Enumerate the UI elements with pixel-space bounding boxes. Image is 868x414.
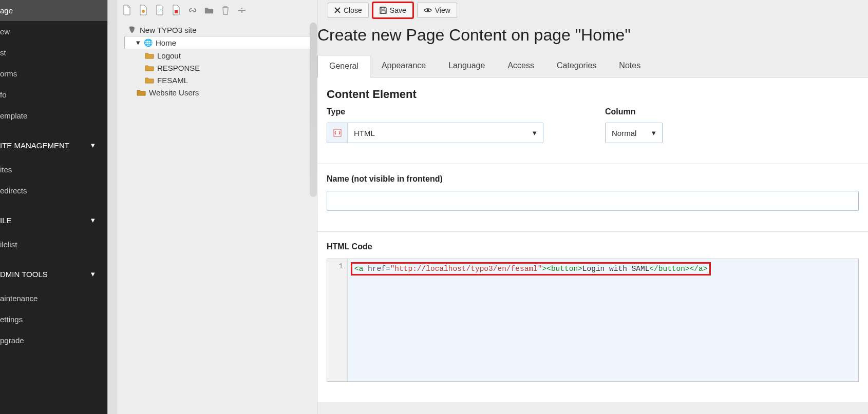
tabs: General Appearance Language Access Categ…	[317, 55, 868, 77]
column-label: Column	[605, 107, 663, 116]
tab-notes[interactable]: Notes	[608, 55, 652, 77]
sidebar-item-filelist[interactable]: ilelist	[0, 234, 107, 255]
column-select[interactable]: Normal ▾	[605, 123, 663, 143]
module-sidebar: age ew st orms fo emplate ITE MANAGEMENT…	[0, 0, 107, 414]
sidebar-group-site-management[interactable]: ITE MANAGEMENT ▾	[0, 131, 107, 159]
sidebar-item-page[interactable]: age	[0, 0, 107, 21]
new-page-icon[interactable]	[122, 6, 131, 15]
tree-child-label: FESAML	[157, 76, 188, 85]
sidebar-group-label: ILE	[0, 216, 12, 225]
chevron-down-icon: ▾	[91, 141, 95, 150]
code-highlight-box: <a href="http://localhost/typo3/en/fesam…	[351, 262, 711, 275]
tab-general[interactable]: General	[317, 55, 370, 77]
link-icon[interactable]	[188, 6, 197, 15]
sidebar-item-upgrade[interactable]: pgrade	[0, 330, 107, 351]
globe-icon: 🌐	[143, 38, 153, 47]
sidebar-group-label: DMIN TOOLS	[0, 270, 48, 279]
new-link-page-icon[interactable]	[155, 6, 164, 15]
code-token: </button></a>	[649, 265, 707, 273]
sidebar-item-view[interactable]: ew	[0, 21, 107, 42]
new-user-page-icon[interactable]	[139, 6, 148, 15]
close-label: Close	[344, 6, 362, 14]
folder-icon[interactable]	[204, 6, 214, 15]
html-type-icon	[327, 123, 348, 143]
code-label: HTML Code	[327, 242, 859, 251]
line-number: 1	[327, 262, 343, 270]
type-value: HTML	[354, 129, 375, 137]
svg-rect-1	[175, 10, 178, 13]
code-area[interactable]: <a href="http://localhost/typo3/en/fesam…	[348, 259, 858, 381]
code-token: Login with SAML	[582, 265, 650, 273]
section-heading: Content Element	[327, 88, 859, 101]
trash-icon[interactable]	[221, 6, 230, 15]
folder-page-icon	[145, 63, 154, 72]
tab-language[interactable]: Language	[437, 55, 496, 77]
tab-appearance[interactable]: Appearance	[370, 55, 437, 77]
tree-child-fesaml[interactable]: FESAML	[125, 74, 315, 86]
sidebar-group-admin-tools[interactable]: DMIN TOOLS ▾	[0, 260, 107, 288]
sidebar-group-label: ITE MANAGEMENT	[0, 141, 69, 150]
svg-point-0	[142, 10, 145, 13]
tree-home[interactable]: ▾ 🌐 Home	[124, 36, 315, 49]
name-label: Name (not visible in frontend)	[327, 174, 859, 184]
svg-point-4	[427, 9, 429, 11]
sidebar-item-sites[interactable]: ites	[0, 159, 107, 180]
close-icon	[334, 7, 341, 13]
column-value: Normal	[612, 129, 636, 137]
code-token: ><button>	[542, 265, 582, 273]
tree-root[interactable]: New TYPO3 site	[125, 24, 315, 36]
code-token: <a	[354, 265, 368, 273]
code-token: href	[368, 265, 386, 273]
tree-child-response[interactable]: RESPONSE	[125, 62, 315, 74]
chevron-down-icon: ▾	[91, 215, 95, 225]
eye-icon	[424, 7, 432, 13]
typo3-icon	[127, 25, 137, 34]
tree-child-label: RESPONSE	[157, 64, 200, 72]
code-token: =	[386, 265, 390, 273]
tab-categories[interactable]: Categories	[545, 55, 608, 77]
code-token: "http://localhost/typo3/en/fesaml"	[390, 265, 542, 273]
code-editor[interactable]: 1 <a href="http://localhost/typo3/en/fes…	[327, 259, 859, 382]
view-label: View	[435, 6, 450, 14]
tree-child-website-users[interactable]: Website Users	[125, 86, 315, 98]
close-button[interactable]: Close	[328, 3, 369, 18]
divider-icon[interactable]	[237, 6, 247, 15]
folder-page-icon	[145, 75, 154, 85]
tree-child-label: Website Users	[149, 88, 199, 97]
caret-down-icon: ▾	[136, 38, 140, 47]
tree-child-label: Logout	[157, 51, 181, 60]
content-panel: Close Save View Create new Page Content …	[317, 0, 868, 414]
sidebar-item-redirects[interactable]: edirects	[0, 180, 107, 201]
save-label: Save	[390, 6, 406, 14]
page-title: Create new Page Content on page "Home"	[317, 25, 868, 55]
view-button[interactable]: View	[417, 3, 457, 18]
chevron-down-icon: ▾	[91, 269, 95, 279]
name-input[interactable]	[327, 191, 859, 211]
save-icon	[380, 7, 387, 14]
sidebar-item-template[interactable]: emplate	[0, 105, 107, 126]
sidebar-item-info[interactable]: fo	[0, 84, 107, 105]
sidebar-item-forms[interactable]: orms	[0, 63, 107, 84]
sidebar-item-list[interactable]: st	[0, 42, 107, 63]
chevron-down-icon: ▾	[533, 128, 537, 137]
tree-scrollbar[interactable]	[310, 23, 317, 197]
page-body: Create new Page Content on page "Home" G…	[317, 21, 868, 402]
type-label: Type	[327, 107, 543, 116]
action-bar: Close Save View	[317, 0, 868, 21]
sidebar-item-maintenance[interactable]: aintenance	[0, 288, 107, 309]
svg-rect-3	[381, 11, 385, 13]
column-field: Column Normal ▾	[605, 107, 663, 143]
type-select[interactable]: HTML ▾	[327, 123, 543, 143]
page-tree-panel: New TYPO3 site ▾ 🌐 Home Logout RESPONSE …	[117, 0, 317, 414]
sidebar-group-file[interactable]: ILE ▾	[0, 206, 107, 234]
type-field: Type HTML ▾	[327, 107, 543, 143]
save-button[interactable]: Save	[373, 3, 413, 18]
new-record-icon[interactable]	[172, 6, 181, 15]
tree-toolbar	[117, 0, 317, 21]
sidebar-item-settings[interactable]: ettings	[0, 309, 107, 330]
sidebar-scrollbar[interactable]	[107, 0, 117, 414]
tree-root-label: New TYPO3 site	[140, 26, 197, 34]
tab-access[interactable]: Access	[496, 55, 545, 77]
panel-name: Name (not visible in frontend)	[317, 164, 868, 232]
tree-child-logout[interactable]: Logout	[125, 49, 315, 62]
